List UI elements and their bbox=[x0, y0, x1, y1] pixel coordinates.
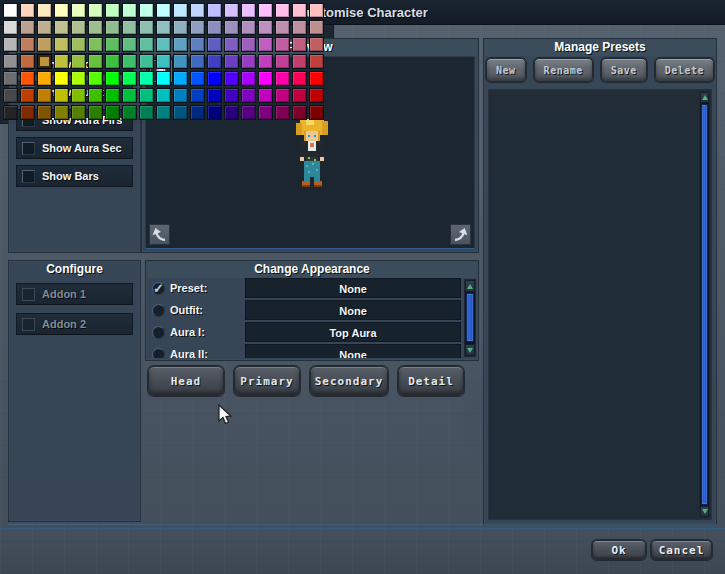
palette-swatch[interactable] bbox=[207, 54, 222, 69]
palette-swatch[interactable] bbox=[54, 88, 69, 103]
palette-swatch[interactable] bbox=[139, 37, 154, 52]
appearance-value[interactable]: Top Aura bbox=[245, 322, 461, 342]
palette-swatch[interactable] bbox=[3, 3, 18, 18]
palette-swatch[interactable] bbox=[241, 88, 256, 103]
presets-scrollbar-thumb[interactable] bbox=[701, 104, 708, 505]
palette-swatch[interactable] bbox=[156, 71, 171, 86]
addon-row[interactable]: Addon 2 bbox=[16, 313, 133, 335]
palette-swatch[interactable] bbox=[88, 88, 103, 103]
palette-swatch[interactable] bbox=[3, 54, 18, 69]
palette-swatch[interactable] bbox=[105, 37, 120, 52]
palette-swatch[interactable] bbox=[258, 3, 273, 18]
presets-list[interactable] bbox=[488, 89, 712, 520]
palette-swatch[interactable] bbox=[207, 88, 222, 103]
palette-swatch[interactable] bbox=[292, 54, 307, 69]
palette-swatch[interactable] bbox=[71, 54, 86, 69]
radio-icon[interactable] bbox=[152, 326, 165, 339]
palette-swatch[interactable] bbox=[54, 20, 69, 35]
appearance-row[interactable]: Outfit:None bbox=[152, 300, 461, 320]
palette-swatch[interactable] bbox=[190, 88, 205, 103]
appearance-value[interactable]: None bbox=[245, 344, 461, 358]
palette-swatch[interactable] bbox=[292, 71, 307, 86]
palette-swatch[interactable] bbox=[309, 71, 324, 86]
palette-swatch[interactable] bbox=[173, 20, 188, 35]
palette-swatch[interactable] bbox=[37, 88, 52, 103]
palette-swatch[interactable] bbox=[3, 20, 18, 35]
palette-swatch[interactable] bbox=[88, 71, 103, 86]
palette-swatch[interactable] bbox=[173, 88, 188, 103]
palette-swatch[interactable] bbox=[173, 54, 188, 69]
palette-swatch[interactable] bbox=[71, 37, 86, 52]
palette-swatch[interactable] bbox=[241, 71, 256, 86]
palette-swatch[interactable] bbox=[156, 54, 171, 69]
palette-swatch[interactable] bbox=[241, 105, 256, 120]
palette-swatch[interactable] bbox=[207, 3, 222, 18]
radio-icon[interactable]: ✓ bbox=[152, 282, 165, 295]
palette-swatch[interactable] bbox=[122, 20, 137, 35]
palette-swatch[interactable] bbox=[20, 3, 35, 18]
palette-swatch[interactable] bbox=[275, 54, 290, 69]
tab-head[interactable]: Head bbox=[148, 366, 224, 396]
checkbox-icon[interactable] bbox=[22, 170, 35, 183]
tab-secondary[interactable]: Secondary bbox=[310, 366, 388, 396]
palette-swatch[interactable] bbox=[139, 71, 154, 86]
palette-swatch[interactable] bbox=[207, 71, 222, 86]
appearance-scrollbar[interactable] bbox=[464, 279, 476, 357]
checkbox-icon[interactable] bbox=[22, 142, 35, 155]
palette-swatch[interactable] bbox=[37, 20, 52, 35]
palette-swatch[interactable] bbox=[20, 105, 35, 120]
palette-swatch[interactable] bbox=[190, 71, 205, 86]
palette-swatch[interactable] bbox=[309, 105, 324, 120]
palette-swatch[interactable] bbox=[275, 37, 290, 52]
palette-swatch[interactable] bbox=[71, 105, 86, 120]
palette-swatch[interactable] bbox=[292, 3, 307, 18]
palette-swatch[interactable] bbox=[258, 20, 273, 35]
palette-swatch[interactable] bbox=[190, 105, 205, 120]
palette-swatch[interactable] bbox=[309, 3, 324, 18]
palette-swatch[interactable] bbox=[292, 105, 307, 120]
rotate-right-button[interactable] bbox=[450, 224, 471, 245]
palette-swatch[interactable] bbox=[224, 54, 239, 69]
palette-swatch[interactable] bbox=[3, 88, 18, 103]
preset-rename-button[interactable]: Rename bbox=[534, 58, 593, 82]
palette-swatch[interactable] bbox=[190, 54, 205, 69]
palette-swatch[interactable] bbox=[3, 37, 18, 52]
palette-swatch[interactable] bbox=[20, 71, 35, 86]
palette-swatch[interactable] bbox=[71, 71, 86, 86]
palette-swatch[interactable] bbox=[54, 105, 69, 120]
palette-swatch[interactable] bbox=[258, 37, 273, 52]
palette-swatch[interactable] bbox=[241, 37, 256, 52]
palette-swatch[interactable] bbox=[224, 71, 239, 86]
addon-row[interactable]: Addon 1 bbox=[16, 283, 133, 305]
palette-swatch[interactable] bbox=[258, 71, 273, 86]
palette-swatch[interactable] bbox=[37, 105, 52, 120]
palette-swatch[interactable] bbox=[105, 54, 120, 69]
palette-swatch[interactable] bbox=[224, 37, 239, 52]
palette-swatch[interactable] bbox=[173, 3, 188, 18]
radio-icon[interactable] bbox=[152, 304, 165, 317]
palette-swatch[interactable] bbox=[122, 88, 137, 103]
palette-swatch[interactable] bbox=[37, 3, 52, 18]
checkbox-icon[interactable] bbox=[22, 318, 35, 331]
palette-swatch[interactable] bbox=[20, 54, 35, 69]
preset-new-button[interactable]: New bbox=[486, 58, 526, 82]
palette-swatch[interactable] bbox=[54, 54, 69, 69]
scroll-up-icon[interactable] bbox=[465, 280, 475, 292]
palette-swatch[interactable] bbox=[156, 20, 171, 35]
palette-swatch[interactable] bbox=[190, 3, 205, 18]
palette-swatch[interactable] bbox=[309, 54, 324, 69]
palette-swatch[interactable] bbox=[258, 105, 273, 120]
palette-swatch[interactable] bbox=[3, 71, 18, 86]
tab-primary[interactable]: Primary bbox=[234, 366, 300, 396]
palette-swatch[interactable] bbox=[105, 105, 120, 120]
ok-button[interactable]: Ok bbox=[592, 540, 646, 560]
palette-swatch[interactable] bbox=[275, 3, 290, 18]
palette-swatch[interactable] bbox=[173, 71, 188, 86]
palette-swatch[interactable] bbox=[105, 71, 120, 86]
palette-swatch[interactable] bbox=[71, 20, 86, 35]
palette-swatch[interactable] bbox=[309, 88, 324, 103]
checkbox-row[interactable]: Show Bars bbox=[16, 165, 133, 187]
palette-swatch[interactable] bbox=[105, 20, 120, 35]
palette-swatch[interactable] bbox=[71, 88, 86, 103]
palette-swatch[interactable] bbox=[275, 88, 290, 103]
